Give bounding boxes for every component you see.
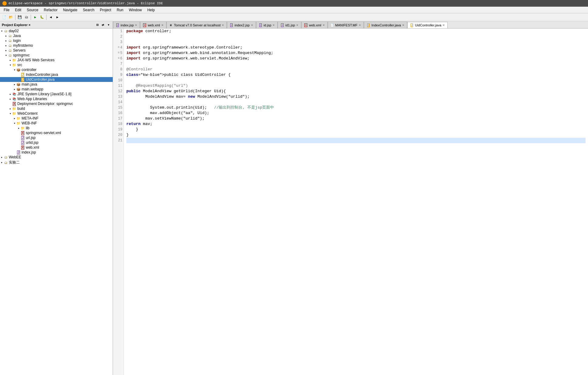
tree-item-UidController[interactable]: JUidController.java — [0, 77, 113, 82]
tree-arrow-src[interactable]: ▾ — [9, 63, 12, 67]
tab-index2_jsp[interactable]: J index2.jsp ✕ — [227, 22, 256, 28]
tree-item-build[interactable]: ▸📁build — [0, 106, 113, 111]
tree-item-WebContent[interactable]: ▾📁WebContent — [0, 111, 113, 116]
tab-manifest[interactable]: 📄 MANIFEST.MF ✕ — [328, 22, 364, 28]
tree-arrow-jaxws[interactable]: ▸ — [9, 58, 12, 62]
tree-arrow-controller[interactable]: ▾ — [13, 68, 16, 72]
tree-item-servers[interactable]: ▸🗂Servers — [0, 48, 113, 53]
tree-icon-springmvc-servlet: X — [21, 131, 25, 135]
tree-item-src[interactable]: ▾📁src — [0, 62, 113, 67]
tree-arrow-shiyaner[interactable]: ▸ — [0, 161, 4, 164]
tree-item-springmvc[interactable]: ▾🗂springmvc — [0, 53, 113, 58]
tree-item-IndexController[interactable]: JIndexController.java — [0, 72, 113, 77]
tree-item-DeployDesc[interactable]: XDeployment Descriptor: springmvc — [0, 101, 113, 106]
sidebar-menu-button[interactable]: ▾ — [106, 22, 111, 27]
tab-close-IndexController_tab[interactable]: ✕ — [402, 24, 405, 27]
tree-label-WEB-INF: WEB-INF — [22, 121, 37, 125]
tab-close-web_xml2[interactable]: ✕ — [323, 24, 325, 27]
tree-item-WebEE[interactable]: ▸🗂WebEE — [0, 155, 113, 160]
tree-item-controller[interactable]: ▾📦controller — [0, 67, 113, 72]
new-button[interactable]: 📄 — [1, 14, 7, 20]
tab-web_xml2[interactable]: X web.xml ✕ — [301, 22, 327, 28]
tab-IndexController_tab[interactable]: J IndexController.java ✕ — [364, 22, 407, 28]
menu-item-navigate[interactable]: Navigate — [60, 7, 80, 13]
tree-item-main_java[interactable]: ▸📦main.java — [0, 82, 113, 87]
tree-arrow-login[interactable]: ▸ — [4, 39, 8, 42]
tree-arrow-JRE[interactable]: ▸ — [9, 92, 12, 96]
tab-web_xml_tab[interactable]: X web.xml ✕ — [140, 22, 166, 28]
tree-arrow-WebAppLib[interactable]: ▸ — [9, 97, 12, 101]
link-with-editor-button[interactable]: ⇄ — [101, 22, 105, 27]
tree-arrow-myfirstdemo[interactable]: ▸ — [4, 44, 8, 47]
tree-arrow-main_webapp[interactable]: ▸ — [13, 87, 16, 91]
run-button[interactable]: ▶ — [32, 14, 38, 20]
tree-item-login[interactable]: ▸🗂login — [0, 38, 113, 43]
tab-index_jsp[interactable]: J index.jsp ✕ — [113, 22, 140, 28]
tree-item-shiyaner[interactable]: ▸🗂实验二 — [0, 160, 113, 165]
tree-arrow-springmvc[interactable]: ▾ — [4, 53, 8, 57]
tab-icon-IndexController_tab: J — [367, 23, 370, 27]
menu-item-help[interactable]: Help — [145, 7, 157, 13]
tab-close-manifest[interactable]: ✕ — [359, 24, 361, 27]
tree-item-urlid_jsp[interactable]: Jurlid.jsp — [0, 140, 113, 145]
open-button[interactable]: 📂 — [8, 14, 14, 20]
debug-button[interactable]: 🐛 — [39, 14, 45, 20]
tab-close-tomcat[interactable]: ✕ — [222, 24, 224, 27]
tree-item-WebAppLib[interactable]: ▸📚Web App Libraries — [0, 96, 113, 101]
menu-item-search[interactable]: Search — [80, 7, 97, 13]
tree-arrow-WebContent[interactable]: ▾ — [9, 112, 12, 115]
tree-item-META-INF[interactable]: ▸📁META-INF — [0, 116, 113, 121]
tab-close-index2_jsp[interactable]: ✕ — [251, 24, 253, 27]
menu-item-refactor[interactable]: Refactor — [41, 7, 60, 13]
tab-label-tomcat: Tomcat v7.0 Server at localhost — [174, 23, 220, 27]
menu-item-edit[interactable]: Edit — [12, 7, 24, 13]
tree-arrow-java[interactable]: ▸ — [4, 34, 8, 38]
tab-tomcat[interactable]: 🖥 Tomcat v7.0 Server at localhost ✕ — [166, 22, 227, 28]
collapse-all-button[interactable]: ⊟ — [95, 22, 100, 27]
tree-arrow-build[interactable]: ▸ — [9, 107, 12, 110]
tree-arrow-servers[interactable]: ▸ — [4, 49, 8, 52]
menu-item-run[interactable]: Run — [114, 7, 126, 13]
tab-close-id1_jsp[interactable]: ✕ — [296, 24, 299, 27]
tree-item-myfirstdemo[interactable]: ▸🗂myfirstdemo — [0, 43, 113, 48]
tree-item-springmvc-servlet[interactable]: Xspringmvc-servlet.xml — [0, 130, 113, 135]
tree-item-JRE[interactable]: ▸📚JRE System Library [JavaSE-1.8] — [0, 92, 113, 96]
code-line-7 — [126, 61, 586, 67]
tree-item-url_jsp[interactable]: Jurl.jsp — [0, 135, 113, 140]
tab-icon-web_xml2: X — [304, 23, 308, 27]
tree-item-java[interactable]: ▸🗂Java — [0, 33, 113, 38]
tab-close-web_xml_tab[interactable]: ✕ — [161, 24, 164, 27]
tab-close-id_jsp[interactable]: ✕ — [272, 24, 275, 27]
back-button[interactable]: ◀ — [48, 14, 54, 20]
menu-item-source[interactable]: Source — [24, 7, 41, 13]
tree-arrow-WEB-INF[interactable]: ▾ — [13, 121, 16, 125]
save-button[interactable]: 💾 — [17, 14, 23, 20]
tree-item-web_xml[interactable]: Xweb.xml — [0, 145, 113, 150]
tree-item-main_webapp[interactable]: ▸📦main.webapp — [0, 87, 113, 92]
tree-arrow-WebEE[interactable]: ▸ — [0, 155, 4, 159]
tab-UidController_tab[interactable]: J UidController.java ✕ — [407, 22, 448, 29]
tree-icon-DeployDesc: X — [12, 102, 16, 106]
tab-id1_jsp[interactable]: J id1.jsp ✕ — [278, 22, 301, 28]
tab-close-UidController_tab[interactable]: ✕ — [443, 24, 445, 27]
tree-arrow-main_java[interactable]: ▸ — [13, 83, 16, 86]
tree-item-day02[interactable]: ▾🗂day02 — [0, 29, 113, 33]
code-content[interactable]: package controller; import org.springfra… — [124, 29, 588, 375]
tree-arrow-lib[interactable]: ▸ — [17, 126, 21, 130]
tree-arrow-day02[interactable]: ▾ — [0, 29, 4, 33]
save-all-button[interactable]: 🗂 — [23, 14, 29, 20]
tree-item-index_jsp2[interactable]: Jindex.jsp — [0, 150, 113, 155]
menu-item-project[interactable]: Project — [97, 7, 114, 13]
tab-close-index_jsp[interactable]: ✕ — [135, 24, 137, 27]
tree-item-jaxws[interactable]: ▸📁JAX-WS Web Services — [0, 58, 113, 62]
tree-arrow-META-INF[interactable]: ▸ — [13, 117, 16, 120]
forward-button[interactable]: ▶ — [54, 14, 60, 20]
tab-id_jsp[interactable]: J id.jsp ✕ — [256, 22, 278, 28]
menu-item-window[interactable]: Window — [126, 7, 144, 13]
tree-item-WEB-INF[interactable]: ▾📁WEB-INF — [0, 121, 113, 126]
menu-item-file[interactable]: File — [1, 7, 12, 13]
code-editor[interactable]: 123456789101112131415161718192021 packag… — [113, 29, 588, 375]
tree-item-lib[interactable]: ▸📁lib — [0, 126, 113, 130]
tree-icon-controller: 📦 — [16, 68, 21, 72]
tree-label-WebAppLib: Web App Libraries — [17, 97, 47, 101]
